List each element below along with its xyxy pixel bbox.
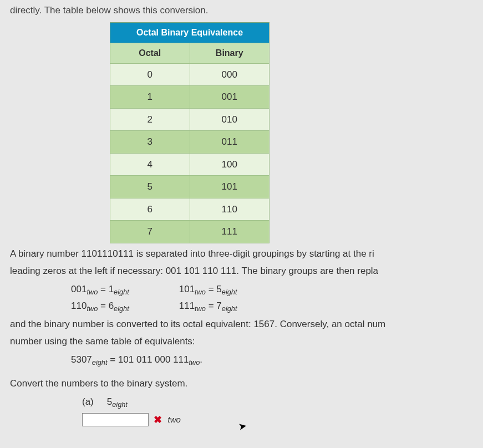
table-row: 6 110 bbox=[110, 198, 270, 221]
intro-text: directly. The table below shows this con… bbox=[10, 3, 483, 18]
eq-rhs-sub: eight bbox=[222, 304, 237, 313]
equivalence-table: Octal Binary Equivalence Octal Binary 0 … bbox=[110, 22, 270, 243]
answer-row: ✖ two bbox=[82, 413, 483, 427]
eq-lhs: 101 bbox=[179, 284, 195, 294]
question-value-sub: eight bbox=[112, 401, 128, 409]
table-title: Octal Binary Equivalence bbox=[110, 22, 270, 43]
cell-octal: 1 bbox=[110, 86, 190, 109]
table-row: 4 100 bbox=[110, 153, 270, 176]
cell-octal: 2 bbox=[110, 108, 190, 131]
eq-eq: = bbox=[100, 284, 106, 294]
cell-octal: 4 bbox=[110, 153, 190, 176]
eq-eq: = bbox=[110, 354, 115, 365]
cell-octal: 6 bbox=[110, 198, 190, 221]
eq-lhs-sub: two bbox=[195, 304, 206, 313]
equations-block-2: 5307eight = 101 011 000 111two. bbox=[71, 352, 483, 369]
eq-eq: = bbox=[209, 301, 214, 311]
eq-rhs-sub: eight bbox=[114, 288, 129, 296]
eq-rhs: 5 bbox=[216, 284, 221, 294]
cell-binary: 101 bbox=[190, 176, 270, 198]
equivalence-table-wrap: Octal Binary Equivalence Octal Binary 0 … bbox=[110, 22, 483, 243]
eq-lhs: 110 bbox=[71, 301, 87, 311]
table-title-row: Octal Binary Equivalence bbox=[110, 22, 270, 43]
eq-lhs-sub: two bbox=[87, 304, 98, 313]
convert-instruction: Convert the numbers to the binary system… bbox=[10, 376, 483, 391]
eq-rhs: 101 011 000 111 bbox=[118, 354, 189, 365]
eq-rhs: 1 bbox=[109, 284, 114, 294]
cell-octal: 3 bbox=[110, 131, 190, 154]
question-value: 5 bbox=[107, 396, 112, 407]
equation-row: 110two = 6eight 111two = 7eight bbox=[71, 298, 483, 315]
cell-binary: 100 bbox=[190, 153, 270, 176]
answer-input[interactable] bbox=[82, 413, 149, 426]
cell-binary: 111 bbox=[190, 221, 270, 243]
cell-binary: 110 bbox=[190, 198, 270, 221]
table-row: 0 000 bbox=[110, 63, 270, 86]
eq-lhs-sub: eight bbox=[92, 358, 108, 366]
table-header-octal: Octal bbox=[110, 43, 190, 63]
paragraph-2-line-1: and the binary number is converted to it… bbox=[10, 317, 483, 332]
cell-binary: 010 bbox=[190, 108, 270, 131]
table-row: 5 101 bbox=[110, 176, 270, 198]
question-label: (a) bbox=[82, 395, 104, 409]
eq-lhs: 111 bbox=[179, 301, 195, 311]
cell-binary: 000 bbox=[190, 63, 270, 86]
table-header-row: Octal Binary bbox=[110, 43, 270, 63]
question-a: (a) 5eight bbox=[82, 395, 483, 410]
eq-rhs: 7 bbox=[216, 301, 221, 311]
cell-binary: 001 bbox=[190, 86, 270, 109]
cell-binary: 011 bbox=[190, 131, 270, 154]
eq-rhs: 6 bbox=[109, 301, 114, 311]
eq-rhs-sub: eight bbox=[222, 288, 237, 296]
table-row: 7 111 bbox=[110, 221, 270, 243]
incorrect-icon: ✖ bbox=[154, 414, 162, 425]
eq-lhs-sub: two bbox=[195, 288, 206, 296]
eq-eq: = bbox=[100, 301, 106, 311]
table-row: 1 001 bbox=[110, 86, 270, 109]
eq-rhs-sub: eight bbox=[114, 304, 129, 313]
eq-rhs-sub: two bbox=[189, 358, 200, 366]
eq-lhs-sub: two bbox=[87, 288, 98, 296]
equations-block-1: 001two = 1eight 101two = 5eight 110two =… bbox=[71, 282, 483, 315]
paragraph-1-line-2: leading zeros at the left if necessary: … bbox=[10, 264, 483, 278]
paragraph-1-line-1: A binary number 1101110111 is separated … bbox=[10, 247, 483, 261]
eq-eq: = bbox=[209, 284, 214, 294]
table-header-binary: Binary bbox=[190, 43, 270, 63]
paragraph-2-line-2: number using the same table of equivalen… bbox=[10, 334, 483, 349]
equation-row: 5307eight = 101 011 000 111two. bbox=[71, 352, 483, 369]
eq-lhs: 5307 bbox=[71, 354, 92, 365]
eq-lhs: 001 bbox=[71, 284, 87, 294]
equation-row: 001two = 1eight 101two = 5eight bbox=[71, 282, 483, 298]
cell-octal: 7 bbox=[110, 221, 190, 243]
table-row: 3 011 bbox=[110, 131, 270, 154]
cell-octal: 0 bbox=[110, 63, 190, 86]
answer-unit: two bbox=[167, 415, 180, 424]
eq-tail: . bbox=[200, 354, 202, 365]
cell-octal: 5 bbox=[110, 176, 190, 198]
table-row: 2 010 bbox=[110, 108, 270, 131]
